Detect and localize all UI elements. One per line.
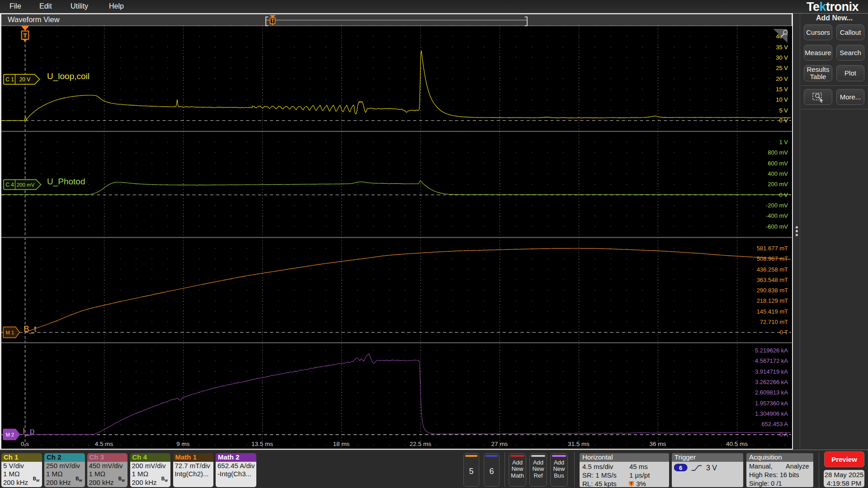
svg-text:1.304906 kA: 1.304906 kA [755, 410, 788, 417]
svg-text:200 mV: 200 mV [768, 181, 788, 188]
svg-text:6: 6 [679, 464, 682, 471]
svg-text:20 V: 20 V [776, 75, 788, 82]
svg-text:218.129 mT: 218.129 mT [757, 297, 788, 304]
svg-text:40.5 ms: 40.5 ms [726, 441, 748, 447]
svg-text:3.914719 kA: 3.914719 kA [755, 368, 788, 375]
svg-text:B_t: B_t [24, 324, 37, 334]
svg-text:9 ms: 9 ms [176, 441, 190, 447]
svg-text:5 V: 5 V [779, 107, 788, 114]
svg-text:3.262266 kA: 3.262266 kA [755, 379, 788, 385]
svg-text:145.419 mT: 145.419 mT [757, 308, 788, 315]
svg-text:U_loop,coil: U_loop,coil [47, 71, 90, 81]
svg-text:1.957360 kA: 1.957360 kA [755, 400, 788, 407]
svg-text:4.567172 kA: 4.567172 kA [755, 357, 788, 364]
svg-text:31.5 ms: 31.5 ms [568, 441, 590, 447]
svg-text:4.5 ms: 4.5 ms [95, 441, 113, 447]
svg-text:T: T [630, 481, 633, 486]
svg-text:581.677 mT: 581.677 mT [757, 245, 788, 252]
svg-text:72.710 mT: 72.710 mT [760, 319, 788, 325]
svg-text:13.5 ms: 13.5 ms [251, 441, 273, 447]
svg-text:T: T [271, 19, 274, 23]
svg-text:20 V: 20 V [19, 76, 31, 83]
svg-text:3 V: 3 V [706, 464, 717, 471]
svg-text:T: T [24, 32, 27, 39]
svg-text:C 4: C 4 [5, 182, 14, 188]
svg-text:C 1: C 1 [5, 76, 14, 83]
svg-text:363.548 mT: 363.548 mT [757, 277, 788, 283]
svg-text:200 mV: 200 mV [17, 182, 35, 188]
svg-text:0 s: 0 s [21, 441, 29, 447]
svg-text:15 V: 15 V [776, 86, 788, 93]
svg-text:1 V: 1 V [779, 139, 788, 145]
svg-text:800 mV: 800 mV [768, 149, 788, 156]
svg-text:2.609813 kA: 2.609813 kA [755, 389, 788, 396]
svg-text:22.5 ms: 22.5 ms [410, 441, 431, 447]
svg-text:25 V: 25 V [776, 65, 788, 71]
svg-text:35 V: 35 V [776, 44, 788, 51]
svg-text:M 2: M 2 [6, 432, 14, 437]
svg-text:652.453 A: 652.453 A [761, 421, 788, 427]
svg-text:-400 mV: -400 mV [766, 212, 788, 219]
svg-text:U_Photod: U_Photod [47, 177, 85, 187]
svg-text:I_p: I_p [23, 426, 34, 436]
svg-text:290.838 mT: 290.838 mT [757, 287, 788, 294]
svg-text:10 V: 10 V [776, 96, 788, 103]
svg-text:27 ms: 27 ms [491, 441, 508, 447]
svg-text:30 V: 30 V [776, 54, 788, 61]
svg-text:-200 mV: -200 mV [766, 202, 788, 209]
svg-text:36 ms: 36 ms [650, 441, 666, 447]
svg-text:-600 mV: -600 mV [766, 223, 788, 230]
svg-text:600 mV: 600 mV [768, 160, 788, 167]
svg-text:Waveform View: Waveform View [8, 15, 60, 23]
svg-text:400 mV: 400 mV [768, 170, 788, 177]
svg-text:5.219626 kA: 5.219626 kA [755, 347, 788, 354]
svg-text:M 1: M 1 [6, 330, 14, 335]
svg-text:18 ms: 18 ms [333, 441, 350, 447]
svg-text:436.258 mT: 436.258 mT [757, 266, 788, 273]
